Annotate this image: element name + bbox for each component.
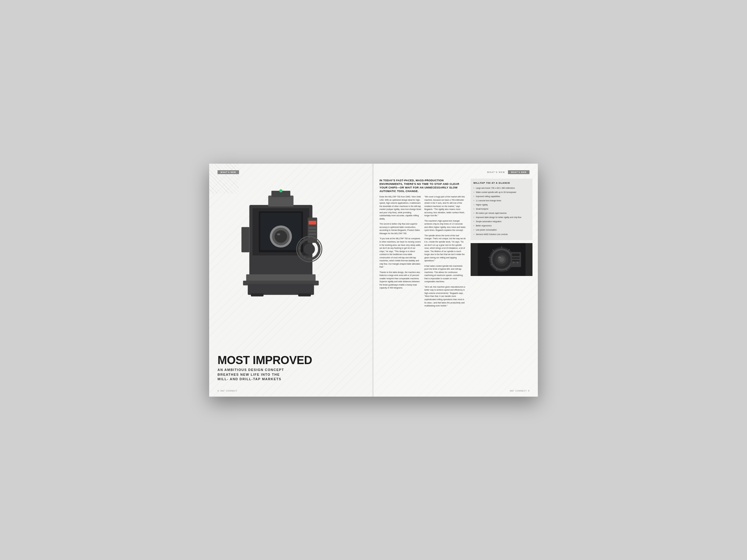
article-col-left: Enter the MILLTAP 700 from DMG / Mori Se… [380, 195, 421, 310]
right-content: IN TODAY'S FAST-PACED, MASS-PRODUCTION E… [380, 179, 533, 310]
right-col-para-1: "We cover a huge part of the market with… [424, 195, 466, 217]
machine-image-area [218, 180, 344, 305]
svg-rect-10 [309, 227, 316, 229]
svg-point-6 [275, 230, 287, 242]
svg-rect-11 [309, 230, 316, 232]
page-right: WHAT'S NEW WHAT'S NEW IN TODAY'S FAST-PA… [374, 164, 538, 397]
right-col-para-3: The spindle drives the turret of the too… [424, 234, 466, 263]
svg-rect-56 [512, 260, 519, 261]
svg-point-7 [277, 233, 280, 235]
svg-line-51 [488, 257, 490, 258]
sub-headline: AN AMBITIOUS DESIGN CONCEPT BREATHES NEW… [217, 368, 367, 381]
sidebar-item-4: Higher rigidity [473, 204, 530, 206]
header-right: WHAT'S NEW WHAT'S NEW [374, 170, 538, 174]
sidebar-item-6: 60 meters per minute rapid traverse [473, 212, 530, 214]
svg-point-57 [513, 262, 514, 263]
svg-rect-17 [298, 293, 311, 296]
footer-right: 360° CONNECT 9 [510, 390, 530, 392]
svg-rect-55 [512, 258, 519, 259]
article-col-right: "We cover a huge part of the market with… [424, 195, 466, 310]
sidebar-col: MILLTAP 700 AT A GLANCE Large axis trave… [471, 179, 533, 310]
svg-line-28 [318, 247, 320, 248]
sidebar-item-1: Water-cooled spindle with up to 33-horse… [473, 191, 530, 193]
header-tab-left: WHAT'S NEW [217, 170, 239, 174]
sidebar-item-0: Large axis travel: 700 x 420 x 380 milli… [473, 187, 530, 189]
right-col-para-2: The machine's high-speed tool changer ac… [424, 219, 466, 232]
sidebar-item-9: Better ergonomics [473, 224, 530, 227]
svg-rect-18 [268, 195, 293, 206]
article-body: Enter the MILLTAP 700 from DMG / Mori Se… [380, 195, 466, 310]
svg-rect-9 [309, 221, 316, 224]
right-col-para-5: "All in all, this machine gives manufact… [424, 286, 466, 308]
body-para-3: "If you look at the MILLTAP 700 as compa… [380, 237, 421, 268]
sidebar-item-7: Improved table design for better rigidit… [473, 216, 530, 219]
body-para-2: The secret to better chip flow and super… [380, 222, 421, 235]
svg-rect-12 [309, 233, 316, 235]
sidebar-item-8: Simple automation integration [473, 220, 530, 223]
svg-rect-16 [251, 293, 263, 296]
header-left: WHAT'S NEW [209, 170, 374, 174]
header-label-right: WHAT'S NEW [487, 171, 505, 173]
svg-rect-21 [241, 227, 249, 252]
right-col-para-4: A fast water-cooled spindle lets machini… [424, 265, 466, 284]
svg-point-24 [304, 243, 315, 255]
sidebar-box: MILLTAP 700 AT A GLANCE Large axis trave… [471, 179, 533, 240]
sidebar-item-5: Small footprint [473, 208, 530, 210]
footer-left: 8 360° CONNECT [217, 390, 237, 392]
page-left: WHAT'S NEW [209, 164, 374, 397]
sidebar-item-11: Siemens 840D Solution Line controls [473, 233, 530, 236]
svg-rect-15 [248, 284, 314, 295]
svg-point-58 [517, 262, 518, 263]
svg-rect-54 [512, 254, 519, 256]
svg-point-43 [498, 257, 501, 258]
bottom-text-area: MOST IMPROVED AN AMBITIOUS DESIGN CONCEP… [217, 354, 367, 381]
body-para-4: Thanks to this table design, the machine… [380, 271, 421, 290]
sidebar-image [471, 243, 533, 276]
intro-text: IN TODAY'S FAST-PACED, MASS-PRODUCTION E… [380, 179, 466, 193]
header-tab-right: WHAT'S NEW [508, 170, 530, 174]
sidebar-item-3: 1.1-second tool change times [473, 199, 530, 202]
sidebar-title: MILLTAP 700 AT A GLANCE [473, 182, 530, 184]
main-article: IN TODAY'S FAST-PACED, MASS-PRODUCTION E… [380, 179, 466, 310]
magazine-spread: WHAT'S NEW [209, 164, 538, 397]
sidebar-item-10: Low power consumption [473, 229, 530, 231]
cnc-machine-svg [233, 186, 329, 299]
svg-point-20 [279, 189, 283, 192]
main-headline: MOST IMPROVED [217, 354, 367, 366]
sidebar-item-2: Improved milling capabilities [473, 195, 530, 198]
body-para-1: Enter the MILLTAP 700 from DMG / Mori Se… [380, 195, 421, 220]
